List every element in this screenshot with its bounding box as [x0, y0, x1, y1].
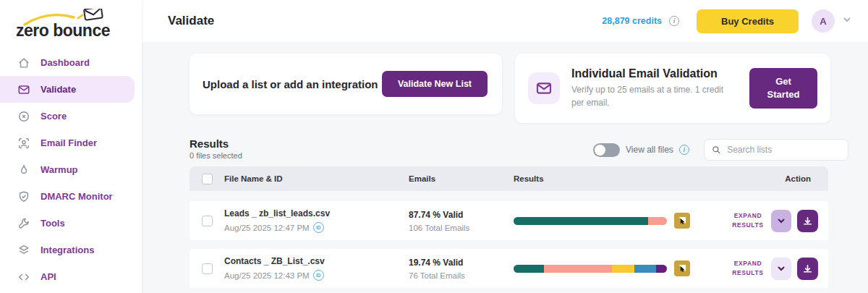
- bar-segment-invalid: [544, 265, 612, 273]
- sidebar-item-label: Tools: [41, 218, 65, 229]
- sidebar-item-label: Score: [41, 111, 67, 122]
- sidebar-item-validate[interactable]: Validate: [0, 76, 135, 103]
- results-toolbar: View all files i: [593, 139, 848, 161]
- cursor-action-icon[interactable]: [674, 213, 690, 229]
- bar-segment-unknown: [634, 265, 656, 273]
- avatar[interactable]: A: [812, 9, 835, 33]
- validate-new-list-button[interactable]: Validate New List: [382, 71, 488, 97]
- row-checkbox[interactable]: [202, 216, 213, 226]
- expand-results-link[interactable]: EXPAND RESULTS: [731, 211, 765, 230]
- zerobounce-logo[interactable]: zero bounce: [16, 10, 124, 42]
- row-expand-chevron-button[interactable]: [771, 258, 792, 280]
- row-download-button[interactable]: [797, 210, 818, 232]
- results-title: Results: [190, 137, 242, 150]
- search-icon: [712, 145, 720, 155]
- file-date: Aug/25 2025 12:47 PM ID: [224, 222, 409, 233]
- column-header-results: Results: [514, 174, 731, 183]
- results-progress-bar[interactable]: [514, 217, 667, 225]
- valid-percentage: 19.74 % Valid: [409, 258, 514, 268]
- individual-validation-title: Individual Email Validation: [571, 67, 738, 80]
- person-scan-icon: [17, 137, 30, 150]
- row-expand-chevron-button[interactable]: [771, 210, 792, 232]
- bar-segment-other: [656, 265, 667, 273]
- credits-info-icon[interactable]: i: [669, 16, 679, 26]
- files-selected-count: 0 files selected: [190, 151, 242, 160]
- file-name[interactable]: Leads _ zb_list_leads.csv: [224, 208, 409, 218]
- sidebar-item-integrations[interactable]: Integrations: [0, 237, 135, 263]
- bar-segment-valid: [514, 265, 544, 273]
- sidebar-item-label: Warmup: [41, 164, 78, 175]
- sidebar-item-warmup[interactable]: Warmup: [0, 156, 135, 183]
- bar-segment-catch-all: [612, 265, 634, 273]
- file-id-badge[interactable]: ID: [313, 270, 324, 281]
- row-download-button[interactable]: [797, 258, 818, 280]
- sidebar-item-dmarc-monitor[interactable]: DMARC Monitor: [0, 183, 135, 210]
- sidebar-nav: Dashboard Validate Score Email Finder Wa…: [0, 49, 142, 290]
- bar-segment-valid: [514, 217, 648, 225]
- table-row: Leads _ zb_list_leads.csv Aug/25 2025 12…: [190, 201, 828, 240]
- sidebar: zero bounce Dashboard Validate Score Ema…: [0, 0, 142, 293]
- upload-card-title: Upload a list or add an integration: [203, 78, 378, 90]
- sidebar-item-label: Email Finder: [41, 137, 97, 148]
- account-chevron-down-icon[interactable]: [842, 14, 852, 27]
- sidebar-item-label: API: [41, 271, 56, 282]
- column-header-action: Action: [731, 174, 828, 183]
- total-emails: 106 Total Emails: [409, 224, 514, 232]
- view-all-files-toggle[interactable]: [593, 143, 620, 157]
- code-icon: [17, 271, 30, 284]
- column-header-file: File Name & ID: [224, 174, 409, 183]
- home-icon: [17, 56, 30, 69]
- view-all-info-icon[interactable]: i: [679, 145, 689, 155]
- individual-validation-card: Individual Email Validation Verify up to…: [515, 54, 830, 123]
- select-all-checkbox[interactable]: [202, 174, 213, 184]
- sidebar-item-dashboard[interactable]: Dashboard: [0, 49, 135, 76]
- upload-list-card: Upload a list or add an integration Vali…: [190, 54, 502, 114]
- search-lists-input[interactable]: [727, 145, 841, 155]
- file-id-badge[interactable]: ID: [313, 222, 324, 233]
- bar-segment-invalid: [648, 217, 667, 225]
- search-lists-box: [704, 139, 848, 161]
- sidebar-item-label: DMARC Monitor: [41, 191, 113, 202]
- download-icon: [802, 216, 813, 226]
- sidebar-item-email-finder[interactable]: Email Finder: [0, 129, 135, 156]
- sidebar-item-api[interactable]: API: [0, 263, 135, 290]
- buy-credits-button[interactable]: Buy Credits: [697, 9, 799, 33]
- results-header: Results 0 files selected: [190, 137, 242, 160]
- valid-percentage: 87.74 % Valid: [409, 210, 514, 220]
- wrench-icon: [17, 217, 30, 230]
- layers-icon: [17, 244, 30, 257]
- view-all-files-label: View all files: [626, 145, 673, 155]
- logo-text: zero bounce: [16, 21, 110, 41]
- get-started-button[interactable]: Get Started: [749, 68, 817, 109]
- row-checkbox[interactable]: [202, 263, 213, 274]
- column-header-emails: Emails: [409, 174, 514, 183]
- sidebar-item-label: Dashboard: [41, 57, 90, 68]
- table-row: Contacts _ ZB_List_.csv Aug/25 2025 12:4…: [190, 249, 828, 288]
- expand-results-link[interactable]: EXPAND RESULTS: [731, 259, 765, 278]
- credits-count[interactable]: 28,879 credits: [602, 16, 662, 26]
- table-header-row: File Name & ID Emails Results Action: [190, 166, 828, 191]
- envelope-icon: [17, 83, 30, 96]
- individual-validation-subtitle: Verify up to 25 emails at a time. 1 cred…: [571, 84, 738, 109]
- results-progress-bar[interactable]: [514, 265, 667, 273]
- top-header: Validate 28,879 credits i Buy Credits A: [142, 0, 868, 42]
- total-emails: 76 Total Emails: [409, 271, 514, 280]
- file-name[interactable]: Contacts _ ZB_List_.csv: [224, 256, 409, 266]
- chevron-down-icon: [776, 216, 786, 226]
- sidebar-item-label: Integrations: [41, 245, 94, 255]
- envelope-badge-icon: [528, 72, 560, 104]
- flame-icon: [17, 164, 30, 177]
- file-date: Aug/25 2025 12:43 PM ID: [224, 270, 409, 281]
- score-dial-icon: [17, 110, 30, 123]
- cursor-action-icon[interactable]: [674, 260, 690, 276]
- page-title: Validate: [168, 14, 214, 28]
- sidebar-item-score[interactable]: Score: [0, 103, 135, 129]
- toggle-knob: [595, 145, 605, 156]
- shield-check-icon: [17, 190, 30, 203]
- sidebar-item-label: Validate: [41, 84, 76, 95]
- chevron-down-icon: [776, 263, 786, 273]
- download-icon: [802, 263, 813, 274]
- sidebar-item-tools[interactable]: Tools: [0, 210, 135, 237]
